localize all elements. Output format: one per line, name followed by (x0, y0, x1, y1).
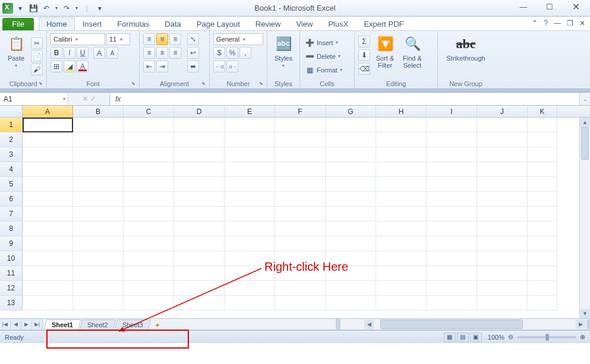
cell-J1[interactable] (477, 118, 528, 132)
cell-B11[interactable] (73, 266, 124, 281)
cell-E3[interactable] (225, 147, 275, 162)
format-cells-button[interactable]: ▦Format▾ (304, 64, 342, 76)
paste-dropdown-icon[interactable]: ▾ (15, 63, 17, 68)
align-right-button[interactable]: ≡ (169, 47, 181, 59)
merge-center-button[interactable]: ⬌ (187, 61, 199, 72)
cell-I13[interactable] (427, 296, 477, 311)
row-header-3[interactable]: 3 (0, 147, 23, 162)
last-sheet-button[interactable]: ▶| (32, 319, 43, 330)
sheet-tab-3[interactable]: Sheet3 (115, 319, 151, 330)
cell-I7[interactable] (427, 207, 477, 221)
hscroll-track[interactable] (374, 319, 575, 329)
redo-dropdown-icon[interactable]: ▾ (74, 2, 80, 14)
cell-J6[interactable] (477, 192, 528, 207)
row-header-4[interactable]: 4 (0, 162, 23, 177)
cell-D11[interactable] (174, 266, 225, 281)
workbook-restore-icon[interactable]: ❐ (567, 19, 573, 27)
sort-filter-button[interactable]: 🔽 Sort & Filter (373, 33, 397, 79)
align-center-button[interactable]: ≡ (156, 47, 168, 59)
cell-D3[interactable] (174, 147, 225, 162)
col-header-C[interactable]: C (124, 106, 174, 117)
grid[interactable]: 12345678910111213 (0, 118, 590, 318)
cell-J9[interactable] (477, 236, 528, 251)
copy-button[interactable]: 📄 (31, 50, 43, 62)
cell-F5[interactable] (275, 177, 326, 192)
first-sheet-button[interactable]: |◀ (0, 319, 11, 330)
cell-E6[interactable] (225, 192, 275, 207)
page-break-view-button[interactable]: ▣ (470, 333, 482, 342)
col-header-I[interactable]: I (427, 106, 477, 117)
border-button[interactable]: ⊞ (51, 61, 62, 72)
minimize-button[interactable]: — (510, 0, 537, 13)
cell-H2[interactable] (376, 132, 427, 147)
cell-G3[interactable] (326, 147, 376, 162)
cell-A12[interactable] (23, 281, 73, 296)
tab-expert-pdf[interactable]: Expert PDF (356, 17, 411, 30)
cell-H8[interactable] (376, 221, 427, 236)
vscroll-thumb[interactable] (581, 127, 589, 160)
insert-sheet-button[interactable]: ✦ (151, 321, 164, 330)
tab-home[interactable]: Home (39, 17, 75, 30)
cell-D9[interactable] (174, 236, 225, 251)
bold-button[interactable]: B (51, 47, 62, 59)
name-box[interactable]: A1 ▾ (0, 93, 68, 105)
cell-E4[interactable] (225, 162, 275, 177)
sheet-tab-1[interactable]: Sheet1 (44, 319, 81, 330)
cell-E13[interactable] (225, 296, 275, 311)
fx-icon[interactable]: fx (115, 95, 121, 103)
cell-G6[interactable] (326, 192, 376, 207)
cell-K9[interactable] (528, 236, 557, 251)
cell-B3[interactable] (73, 147, 124, 162)
cell-H7[interactable] (376, 207, 427, 221)
cell-C3[interactable] (124, 147, 174, 162)
col-header-G[interactable]: G (326, 106, 376, 117)
cell-D10[interactable] (174, 251, 225, 266)
tab-review[interactable]: Review (248, 17, 289, 30)
cell-J5[interactable] (477, 177, 528, 192)
row-header-6[interactable]: 6 (0, 192, 23, 207)
cell-C1[interactable] (124, 118, 174, 132)
number-format-combo[interactable]: General▾ (213, 33, 263, 45)
cell-B8[interactable] (73, 221, 124, 236)
cell-D4[interactable] (174, 162, 225, 177)
save-button[interactable]: 💾 (27, 2, 39, 14)
cell-J3[interactable] (477, 147, 528, 162)
cell-H4[interactable] (376, 162, 427, 177)
cell-B13[interactable] (73, 296, 124, 311)
cell-F1[interactable] (275, 118, 326, 132)
cell-B4[interactable] (73, 162, 124, 177)
cell-A1[interactable] (23, 118, 73, 132)
row-header-9[interactable]: 9 (0, 236, 23, 251)
cell-A3[interactable] (23, 147, 73, 162)
increase-indent-button[interactable]: ⇥ (156, 61, 168, 72)
cell-J8[interactable] (477, 221, 528, 236)
cell-D8[interactable] (174, 221, 225, 236)
cell-I6[interactable] (427, 192, 477, 207)
cell-I10[interactable] (427, 251, 477, 266)
cell-A9[interactable] (23, 236, 73, 251)
cell-F9[interactable] (275, 236, 326, 251)
cell-C4[interactable] (124, 162, 174, 177)
cell-A5[interactable] (23, 177, 73, 192)
help-icon[interactable]: ? (544, 19, 548, 27)
cell-D13[interactable] (174, 296, 225, 311)
zoom-out-button[interactable]: ⊖ (508, 333, 513, 341)
format-painter-button[interactable]: 🖌 (31, 64, 43, 75)
align-middle-button[interactable]: ≡ (156, 33, 168, 45)
cell-K13[interactable] (528, 296, 557, 311)
percent-button[interactable]: % (226, 47, 238, 59)
cell-J2[interactable] (477, 132, 528, 147)
cell-D12[interactable] (174, 281, 225, 296)
cell-E11[interactable] (225, 266, 275, 281)
shrink-font-button[interactable]: A (106, 47, 118, 59)
comma-button[interactable]: , (239, 47, 251, 59)
zoom-knob[interactable] (545, 334, 549, 341)
cell-J13[interactable] (477, 296, 528, 311)
cell-K4[interactable] (528, 162, 557, 177)
row-header-1[interactable]: 1 (0, 118, 23, 132)
row-header-2[interactable]: 2 (0, 132, 23, 147)
scroll-down-button[interactable]: ▼ (580, 309, 590, 318)
cell-A7[interactable] (23, 207, 73, 221)
cell-I3[interactable] (427, 147, 477, 162)
cell-B9[interactable] (73, 236, 124, 251)
